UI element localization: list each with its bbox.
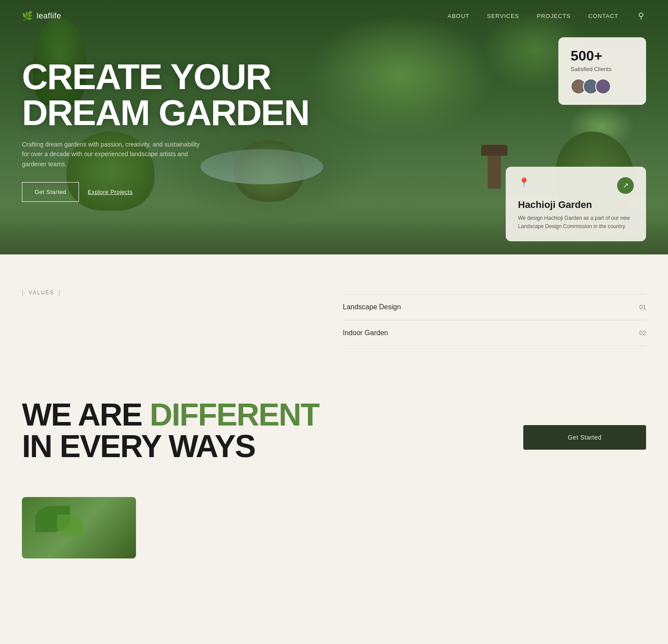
project-description: We design Hachioji Garden as a part of o… bbox=[518, 214, 634, 231]
hero-buttons: Get Started Explore Projects bbox=[22, 182, 309, 202]
bracket-open: [ bbox=[22, 290, 24, 296]
different-title: WE ARE DIFFERENT IN EVERY WAYS bbox=[22, 399, 386, 462]
logo[interactable]: 🌿 leaflife bbox=[22, 11, 61, 21]
thumbnail-section bbox=[0, 497, 668, 576]
avatar-group bbox=[571, 79, 634, 94]
hero-content: CREATE YOUR DREAM GARDEN Crafting dream … bbox=[22, 59, 309, 202]
get-started-bottom-button[interactable]: Get Started bbox=[523, 425, 646, 450]
nav-links: ABOUT SERVICES PROJECTS CONTACT bbox=[447, 12, 618, 20]
get-started-hero-button[interactable]: Get Started bbox=[22, 182, 79, 202]
service-item-landscape: Landscape Design 01 bbox=[343, 294, 647, 320]
bracket-close: ] bbox=[59, 290, 61, 296]
logo-icon: 🌿 bbox=[22, 11, 33, 21]
values-section: [ VALUES ] bbox=[22, 290, 325, 346]
thumbnail-image bbox=[22, 497, 136, 558]
nav-projects[interactable]: PROJECTS bbox=[537, 13, 571, 19]
hero-subtext: Crafting dream gardens with passion, cre… bbox=[22, 140, 206, 169]
diff-dark-1: WE ARE bbox=[22, 397, 142, 432]
hero-heading-line2: DREAM GARDEN bbox=[22, 93, 309, 132]
nav-about[interactable]: ABOUT bbox=[447, 13, 469, 19]
location-icon: 📍 bbox=[518, 177, 530, 189]
diff-accent: DIFFERENT bbox=[150, 397, 319, 432]
service-item-indoor: Indoor Garden 02 bbox=[343, 320, 647, 346]
stats-number: 500+ bbox=[571, 48, 634, 64]
nav-contact[interactable]: CONTACT bbox=[588, 13, 618, 19]
below-hero-section: [ VALUES ] Landscape Design 01 Indoor Ga… bbox=[0, 254, 668, 372]
search-icon: ⚲ bbox=[638, 11, 644, 20]
avatar-3 bbox=[595, 79, 611, 94]
service-name-1: Landscape Design bbox=[343, 303, 401, 311]
stats-label: Satisfied Clients bbox=[571, 66, 634, 72]
service-name-2: Indoor Garden bbox=[343, 329, 388, 337]
logo-text: leaflife bbox=[37, 11, 61, 21]
hero-heading: CREATE YOUR DREAM GARDEN bbox=[22, 59, 309, 131]
thumbnail-leaf-2 bbox=[57, 515, 83, 537]
different-heading: WE ARE DIFFERENT IN EVERY WAYS bbox=[22, 399, 386, 462]
garden-pagoda bbox=[488, 154, 501, 189]
hero-heading-line1: CREATE YOUR bbox=[22, 57, 271, 97]
service-num-2: 02 bbox=[639, 329, 646, 336]
services-list: Landscape Design 01 Indoor Garden 02 bbox=[343, 290, 647, 346]
different-section: WE ARE DIFFERENT IN EVERY WAYS Get Start… bbox=[0, 372, 668, 497]
stats-card: 500+ Satisfied Clients bbox=[558, 37, 646, 105]
explore-projects-button[interactable]: Explore Projects bbox=[88, 189, 133, 195]
project-card-header: 📍 ↗ bbox=[518, 177, 634, 194]
different-right: Get Started bbox=[404, 399, 646, 450]
project-arrow-button[interactable]: ↗ bbox=[617, 177, 634, 194]
nav-services[interactable]: SERVICES bbox=[487, 13, 519, 19]
hero-section: 🌿 leaflife ABOUT SERVICES PROJECTS CONTA… bbox=[0, 0, 668, 254]
search-button[interactable]: ⚲ bbox=[636, 9, 646, 23]
project-card: 📍 ↗ Hachioji Garden We design Hachioji G… bbox=[506, 167, 646, 241]
service-num-1: 01 bbox=[639, 304, 646, 311]
project-title: Hachioji Garden bbox=[518, 199, 634, 211]
values-tag: [ VALUES ] bbox=[22, 290, 325, 296]
values-label: VALUES bbox=[29, 290, 54, 296]
navbar: 🌿 leaflife ABOUT SERVICES PROJECTS CONTA… bbox=[0, 0, 668, 32]
diff-dark-2: IN EVERY WAYS bbox=[22, 429, 255, 464]
